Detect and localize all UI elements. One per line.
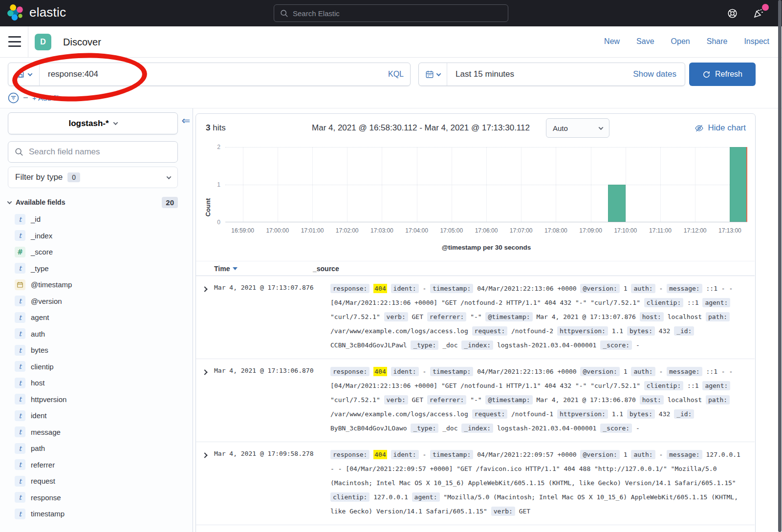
field-item-referrer[interactable]: treferrer (8, 457, 186, 473)
search-icon (15, 148, 23, 156)
nav-action-save[interactable]: Save (636, 37, 654, 46)
x-axis-tick-label: 17:02:00 (336, 227, 359, 234)
expand-row-button[interactable] (196, 364, 214, 435)
source-field-badge: clientip: (644, 298, 683, 307)
field-name: _type (31, 264, 49, 273)
field-item-request[interactable]: trequest (8, 473, 186, 489)
source-field-badge: _index: (461, 340, 493, 350)
hits-number: 3 (206, 123, 210, 132)
brand[interactable]: elastic (7, 3, 66, 21)
nav-action-inspect[interactable]: Inspect (744, 37, 769, 46)
field-item-_id[interactable]: t_id (8, 211, 186, 228)
divider (28, 26, 28, 57)
filter-icon[interactable] (8, 92, 19, 104)
field-item-ident[interactable]: tident (8, 407, 186, 424)
menu-icon[interactable] (8, 36, 21, 47)
string-type-icon: t (15, 476, 25, 487)
source-value: _doc (442, 341, 457, 349)
field-item-_index[interactable]: t_index (8, 228, 186, 244)
x-axis-tick-label: 17:08:00 (544, 227, 567, 234)
add-filter-button[interactable]: + Add filter (32, 94, 67, 102)
highlighted-value: 404 (373, 450, 387, 459)
string-type-icon: t (15, 361, 25, 372)
x-axis-tick-label: 17:00:00 (266, 227, 289, 234)
help-icon[interactable] (727, 8, 738, 19)
expand-row-button[interactable] (196, 281, 214, 352)
calendar-icon (425, 70, 434, 79)
field-item-message[interactable]: tmessage (8, 424, 186, 441)
nav-action-share[interactable]: Share (707, 37, 728, 46)
source-value: "-" (470, 313, 481, 320)
collapse-sidebar-icon[interactable]: ⇐ (181, 115, 190, 126)
histogram-chart[interactable]: Count 012 16:59:0017:00:0017:01:0017:02:… (196, 146, 755, 262)
field-item-@version[interactable]: t@version (8, 293, 186, 310)
source-value: 127.0.0.1 (373, 493, 408, 501)
field-item-clientip[interactable]: tclientip (8, 359, 186, 375)
source-column-header: _source (313, 265, 755, 273)
global-search-input[interactable]: Search Elastic (274, 4, 508, 22)
query-input[interactable]: response:404 (40, 63, 382, 85)
field-item-response[interactable]: tresponse (8, 489, 186, 506)
histogram-bar[interactable] (730, 147, 747, 222)
source-field-badge: _index: (461, 424, 493, 433)
chevron-right-icon (202, 452, 207, 458)
nav-action-new[interactable]: New (604, 37, 620, 46)
interval-select[interactable]: Auto (546, 118, 609, 138)
scrollbar-thumb[interactable] (778, 0, 782, 532)
field-item-_type[interactable]: t_type (8, 260, 186, 277)
expand-row-button[interactable] (196, 447, 214, 518)
source-value: /var/www/example.com/logs/access.log (330, 327, 468, 335)
hits-count: 3 hits (206, 123, 226, 133)
source-value: 1 (624, 285, 628, 292)
field-item-timestamp[interactable]: ttimestamp (8, 506, 186, 522)
field-name: message (31, 428, 61, 436)
refresh-button[interactable]: Refresh (689, 63, 756, 86)
page-title: Discover (63, 37, 101, 48)
source-field-badge: @version: (580, 450, 619, 459)
source-field-badge: response: (330, 367, 369, 376)
field-item-@timestamp[interactable]: @timestamp (8, 277, 186, 293)
query-language-button[interactable]: KQL (382, 63, 410, 85)
source-field-badge: message: (667, 284, 702, 293)
field-item-auth[interactable]: tauth (8, 326, 186, 342)
show-dates-button[interactable]: Show dates (633, 63, 685, 85)
time-column-label: Time (214, 265, 230, 273)
time-column-header[interactable]: Time (196, 265, 313, 273)
filter-by-type-select[interactable]: Filter by type 0 (8, 167, 178, 188)
source-field-badge: httpversion: (557, 409, 608, 419)
hits-label: hits (213, 123, 225, 132)
field-item-_score[interactable]: #_score (8, 244, 186, 260)
interval-value: Auto (553, 124, 568, 132)
time-range-value[interactable]: Last 15 minutes (447, 63, 633, 85)
highlighted-value: 404 (373, 367, 387, 376)
newsfeed-icon[interactable] (753, 7, 764, 19)
y-axis-tick-label: 2 (213, 144, 220, 150)
source-field-badge: _type: (411, 424, 438, 433)
source-field-badge: @version: (580, 367, 619, 376)
index-pattern-select[interactable]: logstash-* (8, 112, 178, 134)
field-item-agent[interactable]: tagent (8, 309, 186, 326)
source-field-badge: auth: (631, 367, 655, 376)
date-quick-menu-button[interactable] (419, 63, 447, 85)
top-navigation-bar: elastic Search Elastic (0, 0, 782, 26)
saved-query-menu-button[interactable] (8, 63, 40, 85)
field-name: referrer (31, 461, 55, 469)
histogram-bar[interactable] (608, 185, 626, 222)
field-item-bytes[interactable]: tbytes (8, 342, 186, 359)
string-type-icon: t (15, 214, 25, 225)
source-field-badge: _type: (411, 340, 438, 350)
source-field-badge: timestamp: (430, 367, 473, 376)
discover-app-badge[interactable]: D (35, 34, 51, 50)
hide-chart-button[interactable]: Hide chart (695, 123, 746, 133)
date-type-icon (15, 279, 25, 290)
nav-action-open[interactable]: Open (671, 37, 690, 46)
source-value: - (636, 425, 640, 432)
field-name: timestamp (31, 510, 65, 518)
field-item-path[interactable]: tpath (8, 440, 186, 457)
field-item-httpversion[interactable]: thttpversion (8, 391, 186, 408)
available-fields-accordion[interactable]: Available fields 20 (8, 195, 178, 210)
field-search-input[interactable]: Search field names (8, 141, 178, 163)
field-item-host[interactable]: thost (8, 375, 186, 391)
source-field-badge: agent: (702, 381, 730, 390)
source-value: logstash-2021.03.04-000001 (497, 425, 597, 432)
